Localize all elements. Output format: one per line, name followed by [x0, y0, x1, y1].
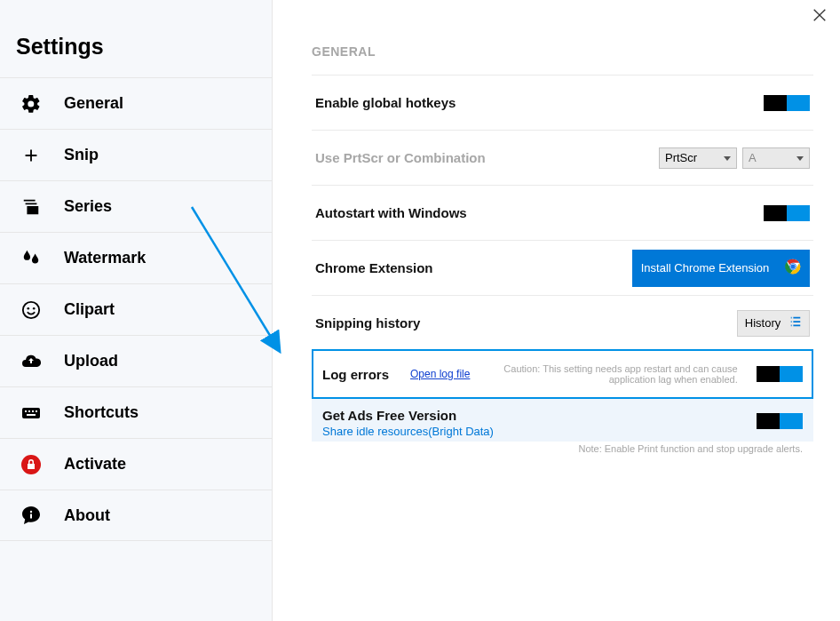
setting-chrome: Chrome Extension Install Chrome Extensio… — [312, 240, 813, 295]
keyboard-icon — [20, 402, 43, 425]
sidebar-item-upload[interactable]: Upload — [0, 335, 272, 386]
setting-label: Chrome Extension — [315, 260, 433, 275]
setting-label: Autostart with Windows — [315, 205, 467, 220]
page-title: Settings — [0, 34, 272, 77]
sidebar-item-label: Series — [64, 197, 112, 216]
toggle-log[interactable] — [757, 366, 803, 382]
sidebar-item-clipart[interactable]: Clipart — [0, 283, 272, 335]
svg-point-0 — [23, 301, 39, 317]
sidebar-item-general[interactable]: General — [0, 77, 272, 129]
log-caution: Caution: This setting needs app restart … — [489, 363, 738, 385]
toggle-ads[interactable] — [757, 413, 803, 429]
setting-label: Enable global hotkeys — [315, 95, 456, 110]
setting-hotkeys: Enable global hotkeys — [312, 75, 813, 130]
sidebar-item-label: About — [64, 506, 110, 525]
sidebar-item-activate[interactable]: Activate — [0, 438, 272, 490]
sidebar-item-label: Activate — [64, 455, 126, 474]
svg-point-2 — [33, 307, 36, 309]
select-prtscr[interactable]: PrtScr — [659, 147, 737, 169]
toggle-hotkeys[interactable] — [764, 95, 810, 111]
sidebar-item-label: Shortcuts — [64, 403, 139, 422]
sidebar-item-label: Watermark — [64, 249, 146, 267]
select-group: PrtScr A — [659, 147, 810, 169]
section-header: GENERAL — [312, 44, 813, 59]
sidebar-item-label: Clipart — [64, 300, 115, 319]
svg-rect-8 — [27, 414, 36, 416]
setting-label: Snipping history — [315, 315, 420, 330]
svg-rect-4 — [25, 410, 27, 412]
stack-icon — [20, 195, 43, 219]
open-log-link[interactable]: Open log file — [410, 368, 470, 380]
svg-point-1 — [28, 307, 30, 309]
sidebar: Settings General Snip Series Watermark C… — [0, 0, 273, 621]
lock-icon — [20, 453, 43, 476]
sidebar-item-snip[interactable]: Snip — [0, 129, 272, 180]
setting-label: Use PrtScr or Combination — [315, 150, 486, 165]
svg-rect-5 — [28, 410, 30, 412]
setting-label: Log errors — [322, 367, 389, 382]
sidebar-item-label: General — [64, 94, 123, 113]
sidebar-item-series[interactable]: Series — [0, 180, 272, 232]
sidebar-item-label: Snip — [64, 146, 99, 164]
svg-point-16 — [791, 264, 796, 268]
setting-prtscr: Use PrtScr or Combination PrtScr A — [312, 130, 813, 185]
button-label: History — [745, 316, 781, 330]
sidebar-item-watermark[interactable]: Watermark — [0, 232, 272, 283]
setting-ads: Get Ads Free Version Share idle resource… — [312, 399, 813, 442]
main-panel: GENERAL Enable global hotkeys Use PrtScr… — [273, 0, 840, 621]
setting-history: Snipping history History — [312, 295, 813, 350]
gear-icon — [20, 92, 43, 115]
list-icon — [789, 315, 802, 330]
history-button[interactable]: History — [737, 310, 810, 337]
svg-point-10 — [30, 511, 32, 513]
ads-sublink[interactable]: Share idle resources(Bright Data) — [322, 425, 494, 438]
button-label: Install Chrome Extension — [641, 261, 770, 275]
sidebar-item-about[interactable]: About — [0, 490, 272, 541]
ads-note: Note: Enable Print function and stop upg… — [312, 442, 813, 454]
svg-rect-3 — [22, 408, 40, 418]
drops-icon — [20, 247, 43, 270]
cloud-icon — [20, 350, 43, 373]
setting-autostart: Autostart with Windows — [312, 185, 813, 240]
sidebar-item-label: Upload — [64, 352, 118, 370]
plus-icon — [20, 144, 43, 167]
sidebar-item-shortcuts[interactable]: Shortcuts — [0, 386, 272, 438]
select-key[interactable]: A — [742, 147, 810, 169]
chat-icon — [20, 504, 43, 527]
toggle-autostart[interactable] — [764, 205, 810, 221]
chrome-icon — [785, 259, 801, 277]
setting-label: Get Ads Free Version — [322, 408, 494, 423]
install-chrome-button[interactable]: Install Chrome Extension — [632, 250, 810, 287]
svg-rect-7 — [36, 410, 37, 412]
svg-rect-6 — [32, 410, 34, 412]
smile-icon — [20, 299, 43, 322]
svg-rect-11 — [30, 514, 32, 519]
close-button[interactable] — [812, 7, 829, 25]
setting-log-errors: Log errors Open log file Caution: This s… — [312, 349, 813, 399]
